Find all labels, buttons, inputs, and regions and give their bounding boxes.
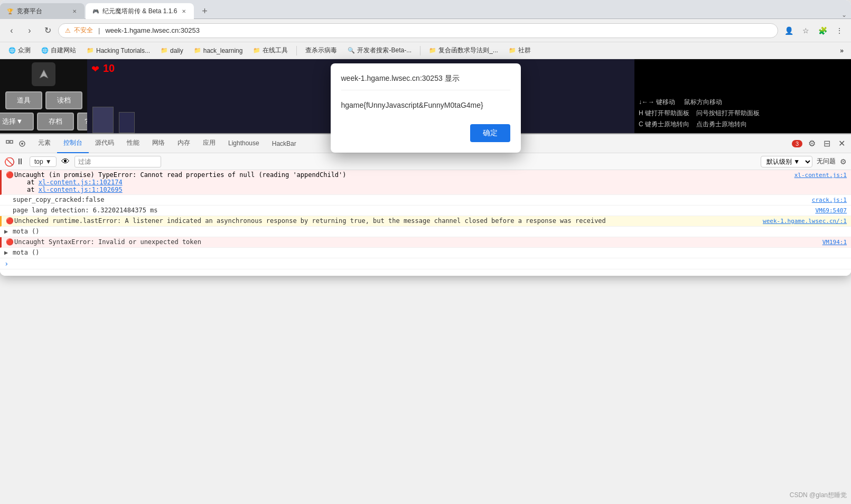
- bookmark-4[interactable]: 📁 hack_learning: [190, 45, 247, 56]
- modal-overlay: week-1.hgame.lwsec.cn:30253 显示 hgame{fUn…: [0, 59, 851, 133]
- console-level-select[interactable]: 默认级别 ▼: [761, 156, 812, 167]
- console-msg-4: ▶ mota (): [0, 227, 851, 237]
- console-settings-icon[interactable]: ⚙: [840, 157, 847, 166]
- msg-0-content: Uncaught (in promise) TypeError: Cannot …: [14, 171, 786, 193]
- devtools-tab-network[interactable]: 网络: [146, 134, 171, 153]
- devtools-right-toolbar: 3 ⚙ ⊟ ✕: [792, 138, 847, 149]
- tab-bar: 🏆 竞赛平台 ✕ 🎮 纪元魔塔前传 & Beta 1.1.6 ✕ + ⌄: [0, 0, 851, 19]
- msg-3-text: Unchecked runtime.lastError: A listener …: [14, 217, 754, 225]
- console-eye-icon[interactable]: 👁: [61, 157, 70, 166]
- separator: |: [98, 26, 100, 34]
- msg-3-source[interactable]: week-1.hgame.lwsec.cn/:1: [754, 218, 847, 225]
- warning-icon-3: 🔴: [6, 217, 14, 225]
- bookmark-2[interactable]: 📁 Hacking Tutorials...: [82, 45, 154, 56]
- tab-2-title: 纪元魔塔前传 & Beta 1.1.6: [102, 7, 177, 16]
- bookmark-7[interactable]: 🔍 开发者搜索-Beta-...: [343, 44, 416, 57]
- msg-1-source[interactable]: crack.js:1: [803, 197, 847, 203]
- console-clear-icon[interactable]: 🚫: [4, 157, 14, 166]
- console-filter-bar: 🚫 ⏸ top ▼ 👁 默认级别 ▼ 无问题 ⚙: [0, 153, 851, 170]
- back-button[interactable]: ‹: [4, 23, 19, 38]
- divider2: [420, 46, 420, 55]
- console-msg-0: 🔴 Uncaught (in promise) TypeError: Canno…: [0, 170, 851, 195]
- bookmark-1[interactable]: 🌐 自建网站: [37, 44, 80, 57]
- devtools-tab-performance[interactable]: 性能: [120, 134, 146, 153]
- address-bar: ‹ › ↻ ⚠ 不安全 | week-1.hgame.lwsec.cn:3025…: [0, 19, 851, 42]
- console-msg-5: 🔴 Uncaught SyntaxError: Invalid or unexp…: [0, 237, 851, 248]
- browser-window: 🏆 竞赛平台 ✕ 🎮 纪元魔塔前传 & Beta 1.1.6 ✕ + ⌄ ‹ ›…: [0, 0, 851, 276]
- devtools-tab-sources[interactable]: 源代码: [89, 134, 120, 153]
- context-label: top: [34, 158, 43, 165]
- bookmark-8[interactable]: 📁 复合函数求导法则_...: [425, 44, 502, 57]
- msg-0-text: Uncaught (in promise) TypeError: Cannot …: [14, 171, 786, 179]
- console-filter-input[interactable]: [74, 156, 161, 167]
- devtools-panel: 元素 控制台 源代码 性能 网络 内存 应用 Lighthouse HackBa…: [0, 133, 851, 276]
- tab-1[interactable]: 🏆 竞赛平台 ✕: [0, 3, 85, 19]
- settings-icon[interactable]: ⋮: [832, 23, 847, 38]
- tab-1-close[interactable]: ✕: [71, 7, 78, 15]
- console-pause-icon[interactable]: ⏸: [16, 157, 25, 166]
- profile-icon[interactable]: 👤: [781, 23, 796, 38]
- divider: [296, 46, 297, 55]
- devtools-tab-memory[interactable]: 内存: [171, 134, 197, 153]
- extension-icon[interactable]: 🧩: [815, 23, 830, 38]
- prompt-icon: ›: [4, 259, 13, 268]
- error-icon-5: 🔴: [6, 238, 14, 246]
- msg-1-text: super_copy_cracked:false: [13, 196, 803, 203]
- msg-2-text: page lang detection: 6.322021484375 ms: [13, 207, 807, 214]
- console-context-selector[interactable]: top ▼: [30, 156, 57, 167]
- modal-confirm-button[interactable]: 确定: [470, 124, 510, 142]
- msg-0-link-2[interactable]: xl-content.js:1:102695: [39, 186, 123, 193]
- devtools-left-icons: [4, 138, 27, 149]
- devtools-select-icon[interactable]: [17, 138, 27, 149]
- msg-5-text: Uncaught SyntaxError: Invalid or unexpec…: [14, 238, 814, 246]
- svg-rect-1: [6, 141, 9, 143]
- devtools-tab-lighthouse[interactable]: Lighthouse: [222, 134, 266, 153]
- devtools-tab-hackbar[interactable]: HackBar: [266, 134, 303, 153]
- expand-icon-4[interactable]: ▶: [4, 228, 13, 235]
- modal-content: hgame{fUnnyJavascript&FunnyM0taG4me}: [341, 97, 510, 114]
- bookmark-3[interactable]: 📁 daliy: [156, 45, 188, 56]
- no-issues-label: 无问题: [817, 157, 836, 166]
- bookmarks-more[interactable]: »: [837, 47, 847, 54]
- msg-2-source[interactable]: VM69:5407: [807, 207, 847, 214]
- msg-0-trace-2: at xl-content.js:1:102695: [14, 186, 786, 193]
- console-msg-1: super_copy_cracked:false crack.js:1: [0, 195, 851, 206]
- bookmark-5[interactable]: 📁 在线工具: [249, 44, 292, 57]
- address-input[interactable]: ⚠ 不安全 | week-1.hgame.lwsec.cn:30253: [58, 23, 778, 38]
- devtools-tab-application[interactable]: 应用: [197, 134, 222, 153]
- bookmark-0[interactable]: 🌐 众测: [4, 44, 35, 57]
- bookmarks-bar: 🌐 众测 🌐 自建网站 📁 Hacking Tutorials... 📁 dal…: [0, 42, 851, 59]
- svg-rect-2: [10, 141, 13, 143]
- error-icon-0: 🔴: [6, 171, 14, 179]
- security-icon: ⚠: [65, 27, 71, 34]
- msg-0-link-1[interactable]: xl-content.js:1:102174: [39, 179, 123, 186]
- msg-4-text: mota (): [13, 228, 838, 235]
- console-prompt-line[interactable]: ›: [0, 258, 851, 269]
- url-text: week-1.hgame.lwsec.cn:30253: [105, 26, 200, 34]
- console-msg-3: 🔴 Unchecked runtime.lastError: A listene…: [0, 216, 851, 227]
- tab-search-button[interactable]: ⌄: [841, 11, 847, 18]
- reload-button[interactable]: ↻: [40, 23, 55, 38]
- bookmark-9[interactable]: 📁 社群: [504, 44, 535, 57]
- new-tab-button[interactable]: +: [197, 4, 212, 18]
- expand-icon-6[interactable]: ▶: [4, 249, 13, 256]
- forward-button[interactable]: ›: [22, 23, 37, 38]
- msg-5-source[interactable]: VM194:1: [814, 239, 847, 246]
- watermark: CSDN @glan想睡觉: [790, 491, 847, 500]
- tab-2[interactable]: 🎮 纪元魔塔前传 & Beta 1.1.6 ✕: [86, 3, 194, 19]
- console-msg-2: page lang detection: 6.322021484375 ms V…: [0, 206, 851, 216]
- msg-0-source[interactable]: xl-content.js:1: [786, 172, 847, 179]
- devtools-tab-elements[interactable]: 元素: [32, 134, 57, 153]
- devtools-elements-icon[interactable]: [4, 138, 15, 149]
- bookmark-icon[interactable]: ☆: [798, 23, 813, 38]
- filter-right: 默认级别 ▼ 无问题 ⚙: [761, 156, 847, 167]
- devtools-tab-console[interactable]: 控制台: [57, 134, 89, 153]
- modal-actions: 确定: [341, 124, 510, 142]
- devtools-settings-icon[interactable]: ⚙: [807, 138, 817, 149]
- devtools-dock-icon[interactable]: ⊟: [821, 138, 832, 149]
- devtools-close-icon[interactable]: ✕: [836, 138, 847, 149]
- tab-2-close[interactable]: ✕: [180, 7, 188, 15]
- tab-1-favicon: 🏆: [6, 7, 14, 15]
- tab-1-title: 竞赛平台: [17, 7, 68, 16]
- bookmark-6[interactable]: 查杀示病毒: [301, 44, 341, 57]
